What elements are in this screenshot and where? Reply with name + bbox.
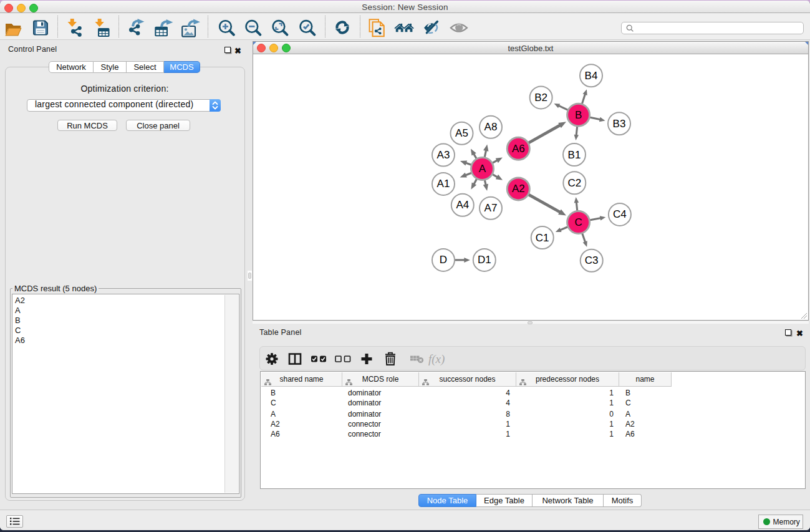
svg-text:B2: B2 bbox=[534, 91, 547, 103]
svg-text:A8: A8 bbox=[485, 121, 498, 133]
svg-text:C4: C4 bbox=[613, 208, 627, 220]
svg-text:A1: A1 bbox=[437, 178, 450, 190]
svg-text:B3: B3 bbox=[613, 117, 626, 129]
svg-text:A3: A3 bbox=[437, 149, 450, 161]
svg-text:A: A bbox=[479, 162, 486, 174]
svg-text:A2: A2 bbox=[512, 183, 525, 195]
svg-text:B4: B4 bbox=[585, 69, 598, 81]
svg-text:C1: C1 bbox=[536, 231, 549, 243]
svg-text:B1: B1 bbox=[568, 148, 581, 160]
svg-text:B: B bbox=[575, 109, 582, 120]
svg-text:D: D bbox=[440, 254, 447, 266]
svg-text:A5: A5 bbox=[455, 127, 468, 139]
svg-text:A7: A7 bbox=[485, 202, 498, 214]
svg-text:C2: C2 bbox=[567, 177, 581, 188]
svg-text:f(x): f(x) bbox=[428, 352, 445, 366]
svg-text:A4: A4 bbox=[456, 199, 469, 211]
svg-text:C: C bbox=[574, 216, 582, 228]
svg-text:D1: D1 bbox=[478, 254, 491, 266]
svg-text:A6: A6 bbox=[512, 142, 525, 154]
svg-text:C3: C3 bbox=[585, 254, 599, 266]
